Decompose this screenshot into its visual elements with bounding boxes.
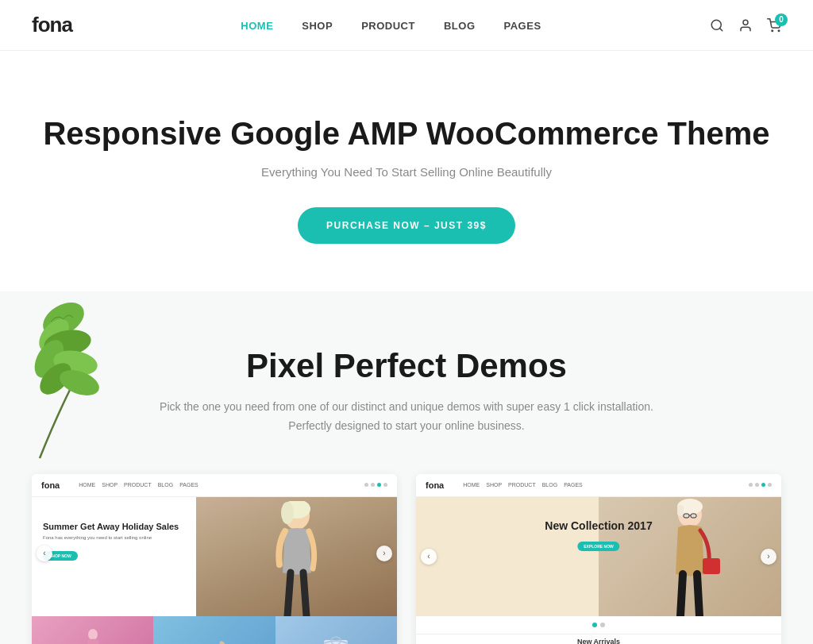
demo1-model-svg — [265, 501, 329, 616]
demo2-logo: fona — [426, 480, 444, 490]
svg-rect-21 — [684, 514, 689, 518]
demo1-logo: fona — [41, 480, 60, 490]
demo2-cta[interactable]: EXPLORE NOW — [577, 542, 620, 551]
svg-point-14 — [281, 502, 294, 524]
nav-item-home[interactable]: HOME — [241, 18, 273, 33]
demo2-pagination — [416, 616, 781, 634]
demo2-hero-title: New Collection 2017 — [545, 519, 652, 532]
demo2-nav: HOMESHOPPRODUCTBLOGPAGES — [463, 482, 583, 488]
demo1-model-area — [196, 497, 397, 616]
demo1-model-bg — [196, 497, 397, 616]
user-icon — [738, 18, 753, 33]
account-button[interactable] — [738, 18, 753, 33]
demo1-product-3: UNIQUE ACCESSORIES — [275, 616, 397, 644]
svg-point-2 — [743, 20, 748, 25]
demos-heading: Pixel Perfect Demos — [32, 347, 781, 385]
site-header: fona HOME SHOP PRODUCT BLOG PAGES — [0, 0, 813, 51]
hero-section: Responsive Google AMP WooCommerce Theme … — [0, 51, 813, 291]
demo1-nav: HOMESHOPPRODUCTBLOGPAGES — [79, 482, 198, 488]
demo1-product-1: CRAZY WOMEN — [32, 616, 153, 644]
svg-point-3 — [772, 30, 773, 32]
cart-wrapper[interactable]: 0 — [767, 18, 781, 33]
svg-rect-20 — [677, 505, 684, 516]
svg-rect-22 — [691, 514, 696, 518]
nav-link-product[interactable]: PRODUCT — [361, 20, 415, 32]
header-icons: 0 — [710, 18, 781, 33]
svg-point-4 — [778, 30, 780, 32]
purchase-button[interactable]: PURCHASE NOW – JUST 39$ — [298, 207, 515, 244]
nav-link-blog[interactable]: BLOG — [444, 20, 476, 32]
leaf-decoration — [0, 291, 131, 469]
demo-card-2-header: fona HOMESHOPPRODUCTBLOGPAGES — [416, 474, 781, 497]
demo1-products: CRAZY WOMEN SUMMER HOLIDAY — [32, 616, 397, 644]
demo2-model-bg — [599, 497, 781, 616]
demo1-product-2: SUMMER HOLIDAY — [153, 616, 275, 644]
nav-item-shop[interactable]: SHOP — [302, 18, 333, 33]
nav-link-pages[interactable]: PAGES — [504, 20, 541, 32]
svg-point-15 — [88, 629, 98, 640]
demo-card-2: fona HOMESHOPPRODUCTBLOGPAGES New Collec… — [416, 474, 781, 644]
nav-link-shop[interactable]: SHOP — [302, 20, 333, 32]
demo-card-1-inner: fona HOMESHOPPRODUCTBLOGPAGES Summer Get… — [32, 474, 397, 644]
svg-line-1 — [719, 28, 722, 30]
search-button[interactable] — [710, 18, 724, 33]
demo2-arrow-right[interactable]: › — [761, 549, 776, 565]
demo2-hero: New Collection 2017 EXPLORE NOW — [416, 497, 781, 616]
demo1-hero-subtitle: Fona has everything you need to start se… — [43, 535, 179, 540]
hero-title: Responsive Google AMP WooCommerce Theme — [16, 114, 797, 152]
svg-rect-24 — [703, 558, 720, 574]
demo1-hero-title: Summer Get Away Holiday Sales — [43, 521, 179, 532]
main-nav: HOME SHOP PRODUCT BLOG PAGES — [241, 18, 541, 33]
demo-cards-grid: fona HOMESHOPPRODUCTBLOGPAGES Summer Get… — [32, 474, 781, 644]
search-icon — [710, 18, 724, 33]
nav-item-blog[interactable]: BLOG — [444, 18, 476, 33]
demo1-nav-dots — [364, 483, 387, 487]
demo2-new-arrivals: New Arrivals — [416, 634, 781, 644]
demo-card-1: fona HOMESHOPPRODUCTBLOGPAGES Summer Get… — [32, 474, 397, 644]
demo2-model-area — [599, 497, 781, 616]
demo-card-1-header: fona HOMESHOPPRODUCTBLOGPAGES — [32, 474, 397, 497]
demo1-arrow-right[interactable]: › — [376, 546, 392, 561]
nav-item-product[interactable]: PRODUCT — [361, 18, 415, 33]
demo2-model-svg — [657, 499, 724, 616]
demo2-arrow-left[interactable]: ‹ — [421, 549, 437, 565]
demo2-nav-dots — [749, 483, 772, 487]
site-logo[interactable]: fona — [32, 13, 72, 37]
demos-section: Pixel Perfect Demos Pick the one you nee… — [0, 291, 813, 644]
demo1-hero: Summer Get Away Holiday Sales Fona has e… — [32, 497, 397, 616]
demo1-hero-content: Summer Get Away Holiday Sales Fona has e… — [43, 521, 179, 561]
nav-link-home[interactable]: HOME — [241, 20, 273, 32]
hero-subtitle: Everything You Need To Start Selling Onl… — [16, 165, 797, 179]
demo-card-2-inner: fona HOMESHOPPRODUCTBLOGPAGES New Collec… — [416, 474, 781, 644]
cart-count: 0 — [775, 13, 788, 26]
nav-item-pages[interactable]: PAGES — [504, 18, 541, 33]
demo2-hero-content: New Collection 2017 EXPLORE NOW — [545, 519, 652, 551]
demos-description: Pick the one you need from one of our di… — [152, 398, 661, 436]
demo1-arrow-left[interactable]: ‹ — [37, 546, 52, 561]
